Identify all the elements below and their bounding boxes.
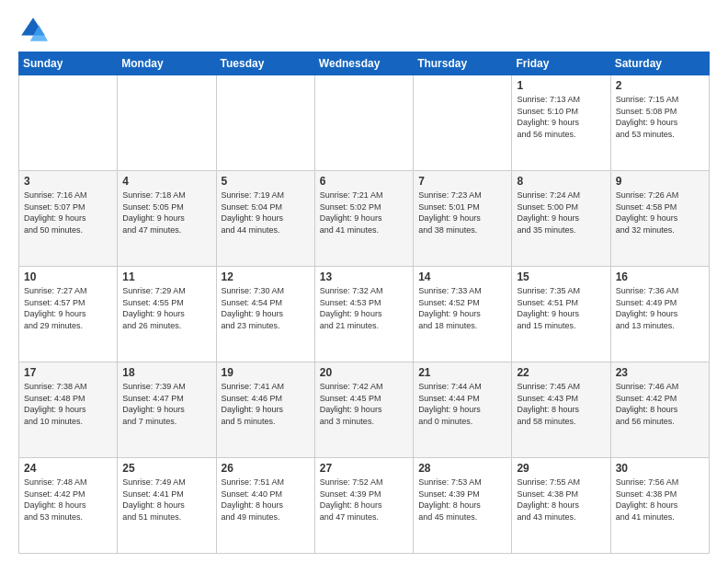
calendar-cell: 22Sunrise: 7:45 AM Sunset: 4:43 PM Dayli…: [512, 362, 610, 458]
day-number: 27: [320, 462, 408, 475]
day-number: 4: [122, 175, 210, 188]
calendar-weekday: Sunday: [19, 52, 118, 75]
calendar-cell: 25Sunrise: 7:49 AM Sunset: 4:41 PM Dayli…: [118, 458, 216, 554]
day-number: 30: [616, 462, 704, 475]
day-number: 5: [222, 175, 310, 188]
calendar-cell: 9Sunrise: 7:26 AM Sunset: 4:58 PM Daylig…: [610, 171, 709, 267]
day-number: 28: [418, 462, 506, 475]
calendar-cell: 20Sunrise: 7:42 AM Sunset: 4:45 PM Dayli…: [314, 362, 413, 458]
day-number: 1: [517, 79, 605, 92]
day-number: 15: [517, 270, 605, 283]
day-info: Sunrise: 7:39 AM Sunset: 4:47 PM Dayligh…: [122, 381, 210, 427]
calendar-weekday: Wednesday: [314, 52, 413, 75]
calendar-cell: 8Sunrise: 7:24 AM Sunset: 5:00 PM Daylig…: [512, 171, 610, 267]
calendar-cell: 26Sunrise: 7:51 AM Sunset: 4:40 PM Dayli…: [216, 458, 314, 554]
day-number: 6: [320, 175, 408, 188]
day-info: Sunrise: 7:13 AM Sunset: 5:10 PM Dayligh…: [517, 94, 605, 140]
calendar-cell: 5Sunrise: 7:19 AM Sunset: 5:04 PM Daylig…: [216, 171, 314, 267]
calendar-cell: 27Sunrise: 7:52 AM Sunset: 4:39 PM Dayli…: [314, 458, 413, 554]
day-info: Sunrise: 7:49 AM Sunset: 4:41 PM Dayligh…: [122, 477, 210, 523]
calendar-cell: [118, 75, 216, 171]
calendar-cell: 2Sunrise: 7:15 AM Sunset: 5:08 PM Daylig…: [610, 75, 709, 171]
day-info: Sunrise: 7:27 AM Sunset: 4:57 PM Dayligh…: [24, 285, 112, 331]
day-info: Sunrise: 7:38 AM Sunset: 4:48 PM Dayligh…: [24, 381, 112, 427]
calendar-cell: 11Sunrise: 7:29 AM Sunset: 4:55 PM Dayli…: [118, 267, 216, 362]
day-number: 17: [24, 366, 112, 379]
day-number: 23: [616, 366, 704, 379]
day-info: Sunrise: 7:21 AM Sunset: 5:02 PM Dayligh…: [320, 190, 408, 236]
calendar-cell: 18Sunrise: 7:39 AM Sunset: 4:47 PM Dayli…: [118, 362, 216, 458]
day-number: 16: [616, 270, 704, 283]
day-number: 8: [517, 175, 605, 188]
day-number: 12: [222, 270, 310, 283]
calendar-cell: 6Sunrise: 7:21 AM Sunset: 5:02 PM Daylig…: [314, 171, 413, 267]
day-info: Sunrise: 7:35 AM Sunset: 4:51 PM Dayligh…: [517, 285, 605, 331]
day-number: 9: [616, 175, 704, 188]
calendar-cell: 10Sunrise: 7:27 AM Sunset: 4:57 PM Dayli…: [19, 267, 118, 362]
day-info: Sunrise: 7:16 AM Sunset: 5:07 PM Dayligh…: [24, 190, 112, 236]
calendar-cell: [314, 75, 413, 171]
day-number: 7: [418, 175, 506, 188]
day-number: 26: [222, 462, 310, 475]
calendar-week-row: 10Sunrise: 7:27 AM Sunset: 4:57 PM Dayli…: [19, 267, 710, 362]
calendar-weekday: Thursday: [414, 52, 512, 75]
calendar-cell: 7Sunrise: 7:23 AM Sunset: 5:01 PM Daylig…: [414, 171, 512, 267]
day-number: 2: [616, 79, 704, 92]
calendar-cell: 19Sunrise: 7:41 AM Sunset: 4:46 PM Dayli…: [216, 362, 314, 458]
calendar-week-row: 3Sunrise: 7:16 AM Sunset: 5:07 PM Daylig…: [19, 171, 710, 267]
day-info: Sunrise: 7:33 AM Sunset: 4:52 PM Dayligh…: [418, 285, 506, 331]
calendar-cell: 1Sunrise: 7:13 AM Sunset: 5:10 PM Daylig…: [512, 75, 610, 171]
calendar-weekday: Monday: [118, 52, 216, 75]
day-info: Sunrise: 7:44 AM Sunset: 4:44 PM Dayligh…: [418, 381, 506, 427]
header: [18, 15, 710, 44]
day-number: 3: [24, 175, 112, 188]
calendar-week-row: 17Sunrise: 7:38 AM Sunset: 4:48 PM Dayli…: [19, 362, 710, 458]
calendar-cell: [216, 75, 314, 171]
day-info: Sunrise: 7:42 AM Sunset: 4:45 PM Dayligh…: [320, 381, 408, 427]
day-number: 14: [418, 270, 506, 283]
day-info: Sunrise: 7:53 AM Sunset: 4:39 PM Dayligh…: [418, 477, 506, 523]
calendar-week-row: 1Sunrise: 7:13 AM Sunset: 5:10 PM Daylig…: [19, 75, 710, 171]
day-info: Sunrise: 7:55 AM Sunset: 4:38 PM Dayligh…: [517, 477, 605, 523]
calendar-weekday: Friday: [512, 52, 610, 75]
day-info: Sunrise: 7:51 AM Sunset: 4:40 PM Dayligh…: [222, 477, 310, 523]
day-info: Sunrise: 7:30 AM Sunset: 4:54 PM Dayligh…: [222, 285, 310, 331]
calendar-table: SundayMondayTuesdayWednesdayThursdayFrid…: [18, 52, 710, 554]
day-number: 20: [320, 366, 408, 379]
calendar-cell: 28Sunrise: 7:53 AM Sunset: 4:39 PM Dayli…: [414, 458, 512, 554]
day-number: 11: [122, 270, 210, 283]
day-info: Sunrise: 7:23 AM Sunset: 5:01 PM Dayligh…: [418, 190, 506, 236]
calendar-week-row: 24Sunrise: 7:48 AM Sunset: 4:42 PM Dayli…: [19, 458, 710, 554]
day-info: Sunrise: 7:45 AM Sunset: 4:43 PM Dayligh…: [517, 381, 605, 427]
day-info: Sunrise: 7:41 AM Sunset: 4:46 PM Dayligh…: [222, 381, 310, 427]
logo: [18, 15, 51, 44]
calendar-header-row: SundayMondayTuesdayWednesdayThursdayFrid…: [19, 52, 710, 75]
day-info: Sunrise: 7:18 AM Sunset: 5:05 PM Dayligh…: [122, 190, 210, 236]
calendar-cell: 23Sunrise: 7:46 AM Sunset: 4:42 PM Dayli…: [610, 362, 709, 458]
day-info: Sunrise: 7:26 AM Sunset: 4:58 PM Dayligh…: [616, 190, 704, 236]
day-info: Sunrise: 7:52 AM Sunset: 4:39 PM Dayligh…: [320, 477, 408, 523]
day-info: Sunrise: 7:56 AM Sunset: 4:38 PM Dayligh…: [616, 477, 704, 523]
page: SundayMondayTuesdayWednesdayThursdayFrid…: [0, 0, 728, 563]
calendar-cell: [19, 75, 118, 171]
calendar-cell: 4Sunrise: 7:18 AM Sunset: 5:05 PM Daylig…: [118, 171, 216, 267]
calendar-cell: 15Sunrise: 7:35 AM Sunset: 4:51 PM Dayli…: [512, 267, 610, 362]
day-info: Sunrise: 7:46 AM Sunset: 4:42 PM Dayligh…: [616, 381, 704, 427]
logo-icon: [18, 15, 48, 44]
calendar-cell: [414, 75, 512, 171]
day-number: 13: [320, 270, 408, 283]
calendar-cell: 13Sunrise: 7:32 AM Sunset: 4:53 PM Dayli…: [314, 267, 413, 362]
day-number: 21: [418, 366, 506, 379]
calendar-cell: 30Sunrise: 7:56 AM Sunset: 4:38 PM Dayli…: [610, 458, 709, 554]
calendar-cell: 14Sunrise: 7:33 AM Sunset: 4:52 PM Dayli…: [414, 267, 512, 362]
day-number: 24: [24, 462, 112, 475]
day-info: Sunrise: 7:29 AM Sunset: 4:55 PM Dayligh…: [122, 285, 210, 331]
day-info: Sunrise: 7:19 AM Sunset: 5:04 PM Dayligh…: [222, 190, 310, 236]
day-info: Sunrise: 7:32 AM Sunset: 4:53 PM Dayligh…: [320, 285, 408, 331]
day-info: Sunrise: 7:36 AM Sunset: 4:49 PM Dayligh…: [616, 285, 704, 331]
calendar-cell: 29Sunrise: 7:55 AM Sunset: 4:38 PM Dayli…: [512, 458, 610, 554]
day-info: Sunrise: 7:15 AM Sunset: 5:08 PM Dayligh…: [616, 94, 704, 140]
day-number: 10: [24, 270, 112, 283]
calendar-weekday: Tuesday: [216, 52, 314, 75]
calendar-weekday: Saturday: [610, 52, 709, 75]
